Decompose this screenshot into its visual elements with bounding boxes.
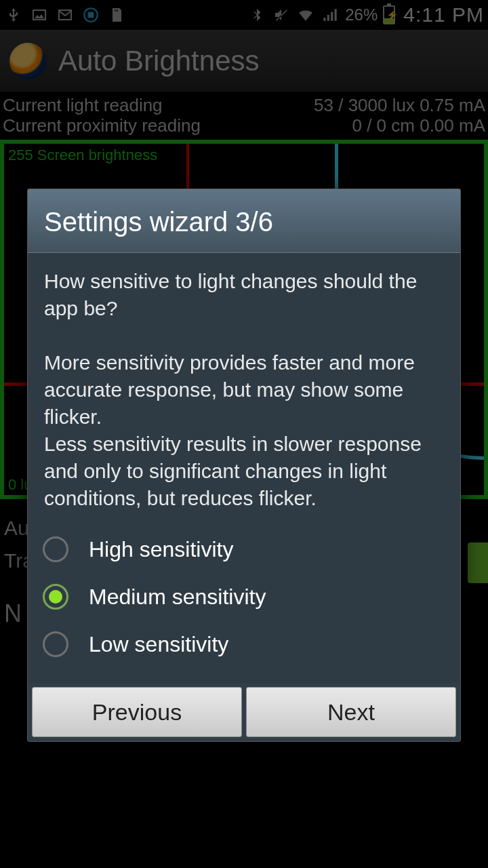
button-label: Previous [92,699,182,726]
previous-button[interactable]: Previous [32,687,242,737]
option-low-sensitivity[interactable]: Low sensitivity [39,620,449,668]
dialog-question: How sensitive to light changes should th… [44,268,444,322]
sensitivity-options: High sensitivity Medium sensitivity Low … [28,517,460,683]
radio-icon [43,631,68,657]
dialog-footer: Previous Next [28,683,460,741]
dialog-para1: More sensitivity provides faster and mor… [44,349,444,431]
button-label: Next [327,699,375,726]
dialog-title: Settings wizard 3/6 [28,189,460,252]
dialog-para2: Less sensitivity results in slower respo… [44,431,444,512]
option-label: Low sensitivity [89,632,228,657]
option-label: Medium sensitivity [89,585,266,610]
option-high-sensitivity[interactable]: High sensitivity [39,526,449,573]
settings-wizard-dialog: Settings wizard 3/6 How sensitive to lig… [27,189,461,742]
option-medium-sensitivity[interactable]: Medium sensitivity [39,573,449,620]
radio-icon [43,536,68,562]
dialog-body: How sensitive to light changes should th… [28,253,460,517]
radio-icon [43,584,68,610]
option-label: High sensitivity [89,537,233,562]
next-button[interactable]: Next [246,687,456,737]
